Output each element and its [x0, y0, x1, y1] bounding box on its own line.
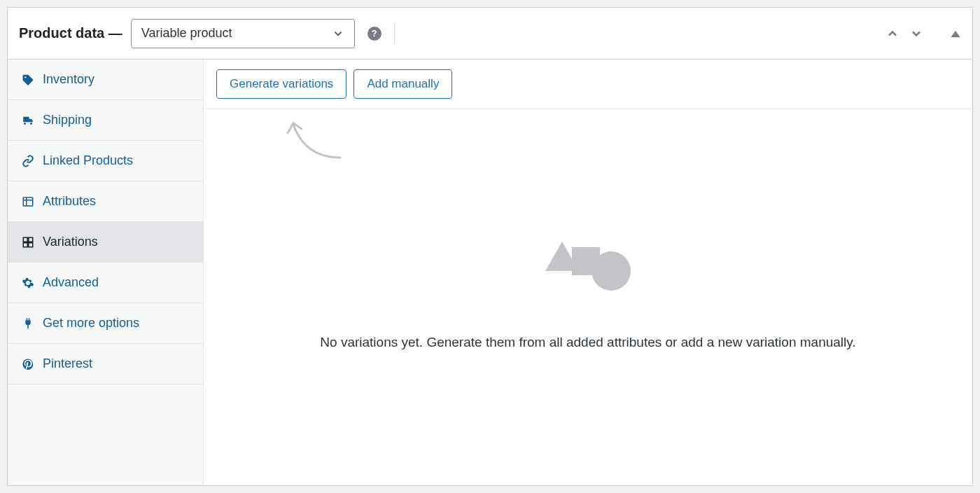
sidebar-item-label: Inventory [43, 72, 94, 87]
generate-variations-button[interactable]: Generate variations [216, 69, 346, 99]
empty-state-message: No variations yet. Generate them from al… [320, 333, 855, 353]
svg-rect-4 [23, 237, 27, 242]
panel-title: Product data — [19, 25, 122, 41]
sidebar-item-label: Advanced [43, 275, 99, 290]
hint-arrow-icon [281, 119, 351, 175]
panel-controls [886, 27, 961, 41]
sidebar-item-label: Linked Products [43, 153, 133, 168]
variations-toolbar: Generate variations Add manually [204, 60, 972, 109]
sidebar-item-shipping[interactable]: Shipping [8, 100, 203, 141]
svg-rect-6 [23, 242, 27, 246]
variations-icon [22, 236, 34, 249]
sidebar-item-variations[interactable]: Variations [8, 222, 203, 263]
svg-marker-0 [951, 31, 960, 37]
panel-header: Product data — Variable product ? [8, 8, 972, 60]
sidebar-item-label: Shipping [43, 113, 92, 127]
inventory-icon [22, 74, 34, 86]
product-data-tabs: Inventory Shipping Linked Products Attri… [8, 60, 204, 485]
help-icon[interactable]: ? [368, 27, 382, 41]
move-down-icon[interactable] [909, 27, 923, 41]
link-icon [22, 155, 34, 167]
sidebar-item-inventory[interactable]: Inventory [8, 60, 203, 100]
header-divider [394, 24, 395, 43]
attributes-icon [22, 195, 34, 208]
svg-rect-1 [23, 197, 33, 206]
sidebar-item-label: Get more options [43, 316, 139, 331]
chevron-down-icon [332, 27, 344, 40]
product-type-select[interactable]: Variable product [131, 19, 355, 48]
move-up-icon[interactable] [886, 27, 899, 41]
svg-rect-7 [29, 242, 33, 246]
add-manually-button[interactable]: Add manually [354, 69, 452, 99]
sidebar-item-advanced[interactable]: Advanced [8, 263, 203, 303]
empty-state-graphic [545, 242, 631, 291]
toggle-panel-icon[interactable] [950, 28, 961, 39]
sidebar-item-get-more-options[interactable]: Get more options [8, 303, 203, 344]
circle-shape-icon [592, 251, 631, 291]
product-data-panel: Product data — Variable product ? [7, 7, 973, 486]
panel-body: Inventory Shipping Linked Products Attri… [8, 60, 972, 485]
plug-icon [22, 317, 34, 330]
variations-empty-state: No variations yet. Generate them from al… [204, 109, 972, 485]
pinterest-icon [22, 358, 34, 370]
variations-panel: Generate variations Add manually No vari… [204, 60, 972, 485]
svg-rect-5 [29, 237, 33, 242]
gear-icon [22, 277, 34, 289]
sidebar-item-label: Variations [43, 235, 98, 249]
sidebar-item-label: Attributes [43, 194, 96, 209]
sidebar-item-linked-products[interactable]: Linked Products [8, 141, 203, 181]
product-type-value: Variable product [141, 26, 232, 41]
sidebar-item-pinterest[interactable]: Pinterest [8, 344, 203, 384]
shipping-icon [22, 114, 34, 127]
sidebar-item-label: Pinterest [43, 356, 92, 371]
sidebar-item-attributes[interactable]: Attributes [8, 181, 203, 222]
